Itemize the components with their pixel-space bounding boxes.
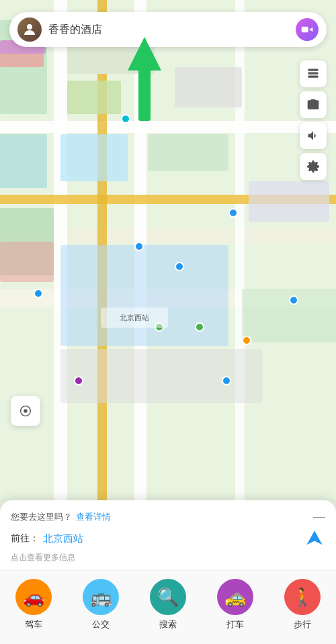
taxi-icon: 🚕 bbox=[217, 579, 253, 615]
bottom-panel: 您要去这里吗？ 查看详情 — 前往： 北京西站 点击查看更多信息 🚗 驾车 🚌 … bbox=[0, 500, 336, 644]
map-background[interactable]: 北京西站 bbox=[0, 0, 336, 551]
destination-info: 您要去这里吗？ 查看详情 — 前往： 北京西站 点击查看更多信息 bbox=[0, 500, 336, 571]
svg-rect-6 bbox=[308, 73, 319, 75]
drive-icon: 🚗 bbox=[15, 579, 52, 615]
poi-marker[interactable] bbox=[242, 336, 251, 345]
poi-marker[interactable] bbox=[228, 208, 238, 218]
tab-walk-label: 步行 bbox=[294, 618, 311, 631]
tab-search[interactable]: 🔍 搜索 bbox=[150, 579, 186, 631]
close-button[interactable]: — bbox=[313, 510, 325, 524]
walk-icon: 🚶 bbox=[284, 579, 321, 615]
detail-link[interactable]: 查看详情 bbox=[76, 511, 111, 523]
poi-marker[interactable] bbox=[195, 322, 204, 332]
poi-marker[interactable] bbox=[175, 262, 184, 271]
tab-search-label: 搜索 bbox=[159, 618, 177, 631]
location-button[interactable] bbox=[11, 396, 40, 426]
tab-drive-label: 驾车 bbox=[25, 618, 42, 631]
bus-icon: 🚌 bbox=[83, 579, 119, 615]
audio-button[interactable] bbox=[300, 122, 327, 149]
tab-bus[interactable]: 🚌 公交 bbox=[83, 579, 119, 631]
tab-taxi[interactable]: 🚕 打车 bbox=[217, 579, 253, 631]
avatar bbox=[17, 17, 42, 42]
poi-marker[interactable] bbox=[121, 114, 130, 124]
map-tools-panel bbox=[300, 60, 327, 180]
tab-taxi-label: 打车 bbox=[226, 618, 244, 631]
poi-marker[interactable] bbox=[34, 289, 43, 298]
search-icon: 🔍 bbox=[150, 579, 186, 615]
question-text: 您要去这里吗？ bbox=[11, 511, 72, 523]
navigate-button[interactable] bbox=[304, 528, 325, 549]
voice-button[interactable] bbox=[296, 18, 319, 41]
layers-button[interactable] bbox=[300, 60, 327, 87]
search-text: 香香的酒店 bbox=[48, 23, 296, 37]
svg-point-9 bbox=[24, 409, 28, 413]
poi-marker[interactable] bbox=[222, 376, 231, 385]
dest-prefix: 前往： bbox=[11, 533, 39, 545]
settings-button[interactable] bbox=[300, 153, 327, 180]
poi-marker[interactable] bbox=[74, 376, 83, 385]
tab-drive[interactable]: 🚗 驾车 bbox=[15, 579, 52, 631]
svg-rect-7 bbox=[308, 76, 319, 78]
poi-marker[interactable] bbox=[289, 295, 298, 305]
svg-rect-4 bbox=[302, 27, 308, 32]
svg-marker-11 bbox=[306, 531, 322, 545]
search-bar[interactable]: 香香的酒店 bbox=[9, 12, 327, 47]
poi-marker[interactable] bbox=[134, 242, 144, 251]
svg-point-3 bbox=[27, 24, 32, 30]
bottom-navigation: 🚗 驾车 🚌 公交 🔍 搜索 🚕 打车 🚶 步行 bbox=[0, 571, 336, 644]
tab-walk[interactable]: 🚶 步行 bbox=[284, 579, 321, 631]
sub-text: 点击查看更多信息 bbox=[11, 552, 325, 563]
svg-rect-5 bbox=[308, 69, 319, 71]
dest-name[interactable]: 北京西站 bbox=[43, 533, 83, 545]
camera-button[interactable] bbox=[300, 91, 327, 118]
tab-bus-label: 公交 bbox=[92, 618, 110, 631]
